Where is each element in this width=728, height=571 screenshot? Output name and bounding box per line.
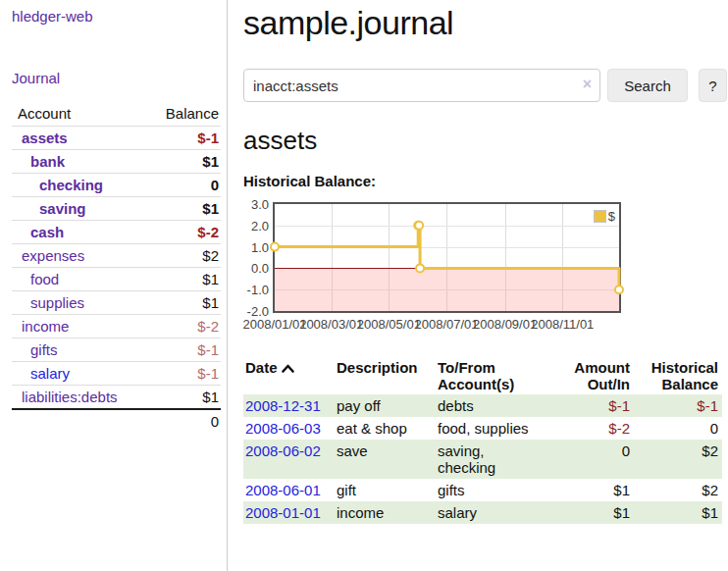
account-row-gifts: gifts $-1 (12, 337, 221, 361)
accounts-column-header: To/From Account(s) (438, 357, 565, 394)
account-row-saving: saving $1 (12, 196, 221, 220)
balance-column-header: Balance (117, 102, 222, 126)
account-link[interactable]: salary (12, 361, 117, 385)
transaction-description: eat & shop (337, 417, 438, 440)
search-input-wrap: × (243, 69, 600, 102)
account-row-expenses: expenses $2 (12, 243, 221, 267)
transaction-date-link[interactable]: 2008-06-01 (243, 479, 337, 501)
transaction-balance: $-1 (634, 394, 722, 417)
search-bar: × Search ? (243, 69, 728, 102)
accounts-total-value: 0 (117, 409, 222, 433)
transaction-accounts: saving, checking (438, 440, 565, 479)
transaction-description: income (337, 501, 438, 524)
transaction-amount: 0 (565, 440, 634, 479)
account-balance: $-2 (117, 314, 222, 337)
account-link[interactable]: cash (12, 220, 117, 243)
account-row-cash: cash $-2 (12, 220, 221, 243)
transaction-date-link[interactable]: 2008-06-02 (243, 440, 337, 479)
account-balance: $-1 (117, 126, 222, 149)
account-balance: $1 (117, 290, 222, 314)
register-row: 2008-12-31 pay off debts $-1 $-1 (243, 394, 722, 417)
account-link[interactable]: food (12, 267, 117, 290)
transaction-balance: $1 (634, 501, 722, 524)
transaction-amount: $-2 (565, 417, 634, 440)
account-row-checking: checking 0 (12, 173, 221, 196)
account-balance: $1 (117, 267, 222, 290)
description-column-header: Description (337, 357, 438, 394)
chart-x-axis: 2008/01/012008/03/012008/05/012008/07/01… (275, 317, 623, 335)
account-row-bank: bank $1 (12, 149, 221, 173)
account-link[interactable]: saving (12, 196, 117, 220)
balance-column-header: Historical Balance (634, 357, 722, 394)
account-link[interactable]: assets (12, 126, 117, 149)
transaction-balance: $2 (634, 440, 722, 479)
sidebar: hledger-web Journal Account Balance asse… (0, 0, 228, 571)
account-balance: $-2 (117, 220, 222, 243)
search-button[interactable]: Search (607, 69, 688, 102)
accounts-total-spacer (12, 409, 117, 433)
register-row: 2008-06-02 save saving, checking 0 $2 (243, 440, 722, 479)
account-link[interactable]: gifts (12, 337, 117, 361)
transaction-balance: $2 (634, 479, 722, 501)
account-balance: 0 (117, 173, 222, 196)
account-link[interactable]: expenses (12, 243, 117, 267)
account-balance: $-1 (117, 337, 222, 361)
journal-title: sample.journal (243, 4, 728, 42)
search-input[interactable] (243, 69, 600, 102)
register-table: Date Description To/From Account(s) Amou… (243, 357, 722, 524)
transaction-accounts: debts (438, 394, 565, 417)
account-row-salary: salary $-1 (12, 361, 221, 385)
transaction-date-link[interactable]: 2008-01-01 (243, 501, 337, 524)
search-help-button[interactable]: ? (699, 69, 727, 102)
balance-chart: 3.02.01.00.0-1.0-2.0 $ 2008/01/012008/03… (243, 202, 728, 341)
accounts-total-row: 0 (12, 409, 221, 433)
register-header-row: Date Description To/From Account(s) Amou… (243, 357, 722, 394)
account-row-income: income $-2 (12, 314, 221, 337)
transaction-amount: $1 (565, 479, 634, 501)
transaction-description: pay off (337, 394, 438, 417)
account-link[interactable]: checking (12, 173, 117, 196)
nav-journal-link[interactable]: Journal (0, 70, 227, 86)
amount-column-header: Amount Out/In (565, 357, 634, 394)
current-account-heading: assets (243, 126, 728, 156)
register-row: 2008-01-01 income salary $1 $1 (243, 501, 722, 524)
account-row-food: food $1 (12, 267, 221, 290)
transaction-description: save (337, 440, 438, 479)
main-content: sample.journal × Search ? assets Histori… (228, 0, 728, 571)
transaction-balance: 0 (634, 417, 722, 440)
transaction-amount: $1 (565, 501, 634, 524)
transaction-date-link[interactable]: 2008-06-03 (243, 417, 337, 440)
clear-search-icon[interactable]: × (583, 77, 592, 92)
account-link[interactable]: income (12, 314, 117, 337)
account-balance: $-1 (117, 361, 222, 385)
transaction-amount: $-1 (565, 394, 634, 417)
account-row-liabilities-debts: liabilities:debts $1 (12, 385, 221, 409)
account-balance: $1 (117, 385, 222, 409)
register-row: 2008-06-03 eat & shop food, supplies $-2… (243, 417, 722, 440)
app-brand-link[interactable]: hledger-web (0, 8, 227, 25)
account-balance: $1 (117, 149, 222, 173)
account-column-header: Account (12, 102, 117, 126)
account-balance: $2 (117, 243, 222, 267)
account-link[interactable]: supplies (12, 290, 117, 314)
account-row-supplies: supplies $1 (12, 290, 221, 314)
sort-ascending-icon (281, 363, 295, 374)
account-tree-table: Account Balance assets $-1 bank $1 check… (12, 102, 221, 433)
account-balance: $1 (117, 196, 222, 220)
account-link[interactable]: bank (12, 149, 117, 173)
chart-y-axis: 3.02.01.00.0-1.0-2.0 (243, 204, 269, 311)
transaction-description: gift (337, 479, 438, 501)
transaction-accounts: gifts (438, 479, 565, 501)
account-link[interactable]: liabilities:debts (12, 385, 117, 409)
transaction-accounts: salary (438, 501, 565, 524)
hledger-web-app: hledger-web Journal Account Balance asse… (0, 0, 728, 571)
account-row-assets: assets $-1 (12, 126, 221, 149)
chart-title: Historical Balance: (243, 173, 728, 189)
date-column-header[interactable]: Date (243, 357, 337, 394)
transaction-accounts: food, supplies (438, 417, 565, 440)
transaction-date-link[interactable]: 2008-12-31 (243, 394, 337, 417)
register-row: 2008-06-01 gift gifts $1 $2 (243, 479, 722, 501)
chart-plot[interactable]: $ (273, 202, 621, 313)
